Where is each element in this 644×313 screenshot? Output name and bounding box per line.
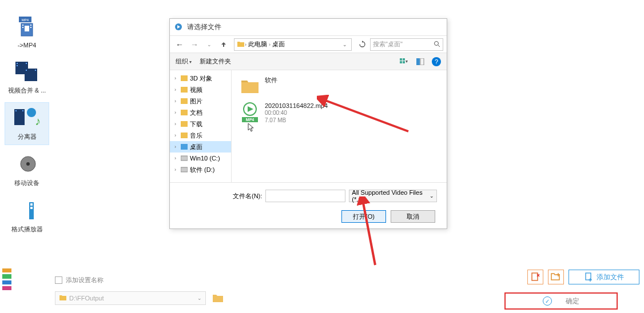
tree-item-downloads[interactable]: ›下载 <box>170 118 231 130</box>
filename-label: 文件名(N): <box>233 192 262 200</box>
svg-rect-33 <box>403 61 405 63</box>
output-path-input[interactable]: D:\FFOutput ⌄ <box>55 291 206 305</box>
svg-rect-31 <box>403 58 405 61</box>
sidebar-item-mp4[interactable]: MP4 ->MP4 <box>5 11 49 53</box>
dialog-title: 请选择文件 <box>187 22 221 32</box>
organize-menu[interactable]: 组织▾ <box>176 57 192 66</box>
new-folder-button[interactable]: 新建文件夹 <box>200 57 231 66</box>
app-sidebar: MP4 ->MP4 视频合并 & ... ♪ 分离器 <box>5 11 49 238</box>
svg-rect-35 <box>420 58 424 65</box>
confirm-button[interactable]: ✓ 确定 <box>506 294 617 308</box>
output-path-row: D:\FFOutput ⌄ <box>55 291 225 305</box>
folder-icon <box>59 294 67 302</box>
help-button[interactable]: ? <box>432 57 441 66</box>
preview-toggle[interactable] <box>416 57 425 66</box>
search-input[interactable]: 搜索"桌面" <box>370 38 443 51</box>
tree-item-desktop[interactable]: ›桌面 <box>170 141 231 153</box>
filename-input[interactable] <box>265 190 345 202</box>
tree-item-d-drive[interactable]: ›软件 (D:) <box>170 164 231 175</box>
folder-tree: ›3D 对象 ›视频 ›图片 ›文档 ›下载 ›音乐 ›桌面 ›Win10 (C… <box>170 70 232 182</box>
breadcrumb-dropdown[interactable]: ⌄ <box>341 42 349 47</box>
search-placeholder: 搜索"桌面" <box>373 40 403 49</box>
dialog-body: ›3D 对象 ›视频 ›图片 ›文档 ›下载 ›音乐 ›桌面 ›Win10 (C… <box>170 70 447 182</box>
file-name: 软件 <box>265 76 277 85</box>
file-item-folder[interactable]: 软件 <box>240 76 439 97</box>
nav-forward[interactable]: → <box>188 38 201 51</box>
breadcrumb[interactable]: › 此电脑 › 桌面 ⌄ <box>234 38 352 51</box>
add-folder-button[interactable] <box>548 270 564 284</box>
svg-marker-27 <box>362 41 363 43</box>
add-settings-checkbox[interactable] <box>55 276 62 284</box>
nav-recent-dd[interactable]: ⌄ <box>203 38 216 51</box>
mp4-icon: MP4 <box>13 15 41 39</box>
player-icon <box>13 199 41 223</box>
view-options[interactable] <box>400 57 409 66</box>
svg-rect-32 <box>400 61 402 63</box>
svg-rect-38 <box>181 98 188 104</box>
folder-icon <box>240 76 260 97</box>
svg-rect-15 <box>14 109 25 125</box>
dialog-toolbar: 组织▾ 新建文件夹 ? <box>170 53 447 70</box>
svg-rect-13 <box>26 70 27 71</box>
breadcrumb-current[interactable]: 桌面 <box>271 40 287 49</box>
sidebar-item-separator[interactable]: ♪ 分离器 <box>5 102 49 145</box>
confirm-highlight: ✓ 确定 <box>504 292 618 310</box>
file-duration: 00:00:40 <box>265 109 328 117</box>
file-picker-dialog: 请选择文件 ← → ⌄ › 此电脑 › 桌面 ⌄ 搜索"桌面" 组织▾ 新建文件… <box>169 18 447 229</box>
file-name: 20201031164822.mp4 <box>265 102 328 109</box>
svg-line-29 <box>438 45 440 47</box>
nav-back[interactable]: ← <box>173 38 186 51</box>
svg-rect-23 <box>30 203 33 206</box>
svg-rect-5 <box>30 25 31 26</box>
svg-rect-39 <box>181 110 188 115</box>
open-button[interactable]: 打开(O) <box>341 210 386 223</box>
svg-rect-43 <box>181 156 188 160</box>
dialog-icon <box>174 23 184 32</box>
svg-rect-36 <box>181 75 188 81</box>
sidebar-item-merge[interactable]: 视频合并 & ... <box>5 56 49 99</box>
filetype-select[interactable]: All Supported Video Files (*.m⌄ <box>349 190 437 202</box>
svg-rect-30 <box>400 58 402 61</box>
tree-item-music[interactable]: ›音乐 <box>170 130 231 141</box>
right-action-bar: 添加文件 <box>527 270 639 284</box>
sidebar-label: 视频合并 & ... <box>8 86 46 95</box>
color-swatches <box>2 268 11 290</box>
refresh-button[interactable] <box>356 39 368 50</box>
confirm-label: 确定 <box>566 296 579 306</box>
mobile-icon <box>13 153 41 176</box>
svg-rect-3 <box>22 25 23 26</box>
tree-item-c-drive[interactable]: ›Win10 (C:) <box>170 153 231 164</box>
tree-item-pictures[interactable]: ›图片 <box>170 95 231 107</box>
cancel-button[interactable]: 取消 <box>391 210 435 223</box>
add-settings-label: 添加设置名称 <box>66 276 104 284</box>
browse-folder-button[interactable] <box>210 291 225 305</box>
tree-item-documents[interactable]: ›文档 <box>170 107 231 118</box>
tree-item-video[interactable]: ›视频 <box>170 84 231 95</box>
remove-file-button[interactable] <box>527 270 543 284</box>
tree-item-3d[interactable]: ›3D 对象 <box>170 73 231 84</box>
svg-rect-44 <box>181 167 188 172</box>
svg-rect-41 <box>181 133 188 138</box>
svg-rect-14 <box>35 70 36 71</box>
add-file-button[interactable]: 添加文件 <box>569 270 639 284</box>
svg-text:MP4: MP4 <box>22 18 29 22</box>
nav-up[interactable] <box>218 39 229 50</box>
svg-text:♪: ♪ <box>35 115 41 127</box>
svg-rect-10 <box>17 65 18 66</box>
svg-rect-37 <box>181 87 188 93</box>
search-icon <box>434 41 440 49</box>
dialog-titlebar: 请选择文件 <box>170 19 447 36</box>
separator-icon: ♪ <box>13 106 41 130</box>
svg-rect-9 <box>17 63 18 64</box>
chevron-down-icon: ⌄ <box>197 295 202 301</box>
file-size: 7.07 MB <box>265 117 328 124</box>
breadcrumb-root[interactable]: 此电脑 <box>247 40 269 49</box>
svg-rect-16 <box>15 110 17 111</box>
sidebar-item-mobile[interactable]: 移动设备 <box>5 149 49 191</box>
file-item-video[interactable]: MP4 20201031164822.mp4 00:00:40 7.07 MB <box>240 102 439 124</box>
file-list[interactable]: 软件 MP4 20201031164822.mp4 00:00:40 7.07 … <box>232 70 447 182</box>
video-file-icon: MP4 <box>240 102 260 123</box>
svg-rect-11 <box>26 63 27 64</box>
dialog-nav: ← → ⌄ › 此电脑 › 桌面 ⌄ 搜索"桌面" <box>170 36 447 53</box>
sidebar-item-player[interactable]: 格式播放器 <box>5 195 49 238</box>
